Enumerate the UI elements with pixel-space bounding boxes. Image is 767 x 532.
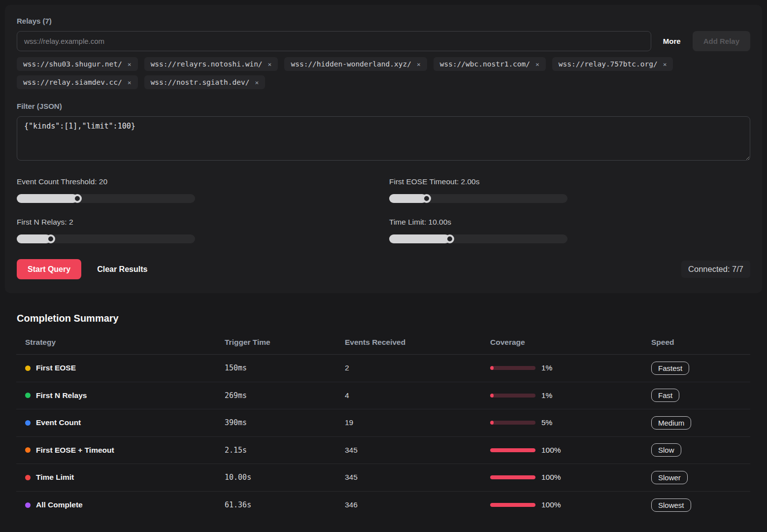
coverage-percent: 100%: [541, 473, 561, 482]
col-trigger-time: Trigger Time: [225, 338, 345, 347]
speed-cell: Slower: [651, 471, 750, 484]
speed-cell: Slowest: [651, 499, 750, 512]
strategy-name: Time Limit: [36, 473, 74, 482]
speed-cell: Fastest: [651, 362, 750, 375]
strategy-dot-icon: [25, 475, 31, 480]
relay-url: wss://nostr.sgiath.dev/: [151, 78, 250, 86]
connected-status-badge: Connected: 7/7: [681, 261, 750, 278]
coverage-cell: 1%: [490, 391, 651, 400]
filter-json-textarea[interactable]: {"kinds":[1],"limit":100}: [17, 116, 750, 161]
trigger-time-value: 390ms: [225, 418, 345, 427]
filter-label: Filter (JSON): [17, 102, 750, 110]
add-relay-button[interactable]: Add Relay: [693, 31, 750, 51]
slider-knob[interactable]: [73, 194, 82, 203]
coverage-bar-fill: [490, 366, 494, 370]
strategy-cell: First N Relays: [16, 391, 225, 400]
slider-fill: [389, 234, 450, 243]
slider-setting: Event Count Threshold: 20: [17, 177, 389, 203]
table-row: Event Count 390ms 19 5% Medium: [16, 409, 750, 437]
speed-cell: Fast: [651, 389, 750, 402]
start-query-button[interactable]: Start Query: [17, 259, 81, 279]
slider-track[interactable]: [17, 194, 195, 203]
relay-chip: wss://relay.757btc.org/ ×: [552, 57, 673, 71]
table-row: Time Limit 10.00s 345 100% Slower: [16, 464, 750, 492]
col-coverage: Coverage: [490, 338, 651, 347]
relay-chip: wss://relay.siamdev.cc/ ×: [17, 75, 138, 89]
slider-knob[interactable]: [422, 194, 431, 203]
col-strategy: Strategy: [16, 338, 225, 347]
relays-label: Relays (7): [17, 17, 750, 25]
coverage-bar: [490, 448, 535, 452]
remove-relay-icon[interactable]: ×: [268, 61, 272, 67]
strategy-name: First EOSE: [36, 364, 76, 372]
events-received-value: 4: [345, 391, 490, 400]
coverage-bar: [490, 503, 535, 507]
remove-relay-icon[interactable]: ×: [663, 61, 667, 67]
remove-relay-icon[interactable]: ×: [535, 61, 539, 67]
slider-fill: [17, 194, 77, 203]
speed-badge: Slowest: [651, 499, 691, 512]
strategy-cell: First EOSE + Timeout: [16, 446, 225, 455]
slider-setting: First EOSE Timeout: 2.00s: [389, 177, 750, 203]
slider-setting: Time Limit: 10.00s: [389, 218, 750, 243]
coverage-bar-fill: [490, 475, 535, 479]
slider-label: First N Relays: 2: [17, 218, 389, 227]
coverage-bar: [490, 475, 535, 479]
coverage-percent: 5%: [541, 418, 552, 427]
more-button[interactable]: More: [663, 37, 681, 45]
summary-table-header: Strategy Trigger Time Events Received Co…: [16, 338, 750, 355]
slider-knob[interactable]: [445, 234, 454, 243]
summary-table-body: First EOSE 150ms 2 1% Fastest First N Re…: [16, 355, 750, 519]
strategy-cell: Time Limit: [16, 473, 225, 482]
query-config-panel: Relays (7) More Add Relay wss://shu03.sh…: [5, 5, 762, 293]
trigger-time-value: 150ms: [225, 364, 345, 372]
slider-track[interactable]: [389, 234, 567, 243]
relay-url: wss://relay.757btc.org/: [559, 60, 658, 68]
strategy-dot-icon: [25, 447, 31, 453]
coverage-cell: 100%: [490, 473, 651, 482]
slider-track[interactable]: [389, 194, 567, 203]
slider-setting: First N Relays: 2: [17, 218, 389, 243]
table-row: First N Relays 269ms 4 1% Fast: [16, 382, 750, 410]
speed-cell: Slow: [651, 443, 750, 457]
slider-knob[interactable]: [46, 234, 55, 243]
col-speed: Speed: [651, 338, 750, 347]
events-received-value: 345: [345, 446, 490, 455]
table-row: First EOSE + Timeout 2.15s 345 100% Slow: [16, 437, 750, 465]
remove-relay-icon[interactable]: ×: [255, 79, 259, 86]
slider-label: First EOSE Timeout: 2.00s: [389, 177, 750, 186]
coverage-bar: [490, 366, 535, 370]
slider-fill: [17, 234, 51, 243]
coverage-bar-fill: [490, 448, 535, 452]
remove-relay-icon[interactable]: ×: [128, 61, 132, 67]
coverage-cell: 100%: [490, 446, 651, 455]
speed-badge: Fastest: [651, 362, 689, 375]
strategy-dot-icon: [25, 420, 31, 426]
trigger-time-value: 61.36s: [225, 500, 345, 509]
coverage-bar-fill: [490, 503, 535, 507]
strategy-cell: Event Count: [16, 418, 225, 427]
speed-badge: Fast: [651, 389, 679, 402]
remove-relay-icon[interactable]: ×: [128, 79, 132, 86]
strategy-dot-icon: [25, 366, 31, 371]
relay-chip: wss://nostr.sgiath.dev/ ×: [144, 75, 266, 89]
slider-track[interactable]: [17, 234, 195, 243]
coverage-cell: 1%: [490, 364, 651, 372]
events-received-value: 19: [345, 418, 490, 427]
relay-chip: wss://shu03.shugur.net/ ×: [17, 57, 138, 71]
relay-chip: wss://wbc.nostr1.com/ ×: [434, 57, 546, 71]
events-received-value: 345: [345, 473, 490, 482]
relay-url-input[interactable]: [17, 31, 651, 51]
relay-chip-list: wss://shu03.shugur.net/ × wss://relayrs.…: [17, 57, 750, 89]
speed-badge: Slow: [651, 443, 681, 457]
remove-relay-icon[interactable]: ×: [417, 61, 421, 67]
coverage-bar-fill: [490, 421, 494, 425]
trigger-time-value: 2.15s: [225, 446, 345, 455]
table-row: All Complete 61.36s 346 100% Slowest: [16, 492, 750, 519]
strategy-dot-icon: [25, 393, 31, 398]
strategy-name: Event Count: [36, 418, 81, 427]
strategy-name: All Complete: [36, 500, 83, 509]
clear-results-button[interactable]: Clear Results: [97, 265, 147, 274]
trigger-time-value: 269ms: [225, 391, 345, 400]
relay-url: wss://wbc.nostr1.com/: [440, 60, 530, 68]
